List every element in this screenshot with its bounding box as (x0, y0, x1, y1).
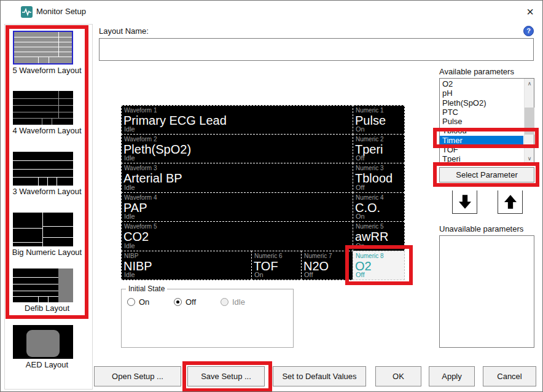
cell-label: Numeric 8 (356, 253, 384, 259)
layout-name-label: Layout Name: (99, 26, 149, 36)
cell-state: Idle (124, 242, 135, 249)
cell-label: Numeric 6 (254, 253, 283, 259)
preview-numeric-5-cell[interactable]: Numeric 5 awRR On (353, 221, 405, 251)
list-item[interactable]: O2 (440, 79, 523, 88)
sidebar-item-defib-layout[interactable] (13, 269, 73, 302)
cell-state: Idle (124, 154, 135, 162)
cell-value: Primary ECG Lead (123, 114, 227, 128)
sidebar-item-label: Big Numeric Layout (6, 248, 88, 257)
sidebar-item-label: AED Layout (6, 360, 88, 369)
open-setup-button[interactable]: Open Setup ... (94, 366, 181, 386)
cell-state: Idle (124, 213, 135, 220)
cell-label: Waveform 4 (124, 194, 157, 201)
preview-waveform-4-cell[interactable]: Waveform 4 PAP Idle (121, 192, 353, 222)
radio-idle[interactable]: Idle (221, 297, 245, 307)
monitor-setup-dialog: Monitor Setup × Layout Name: ? 5 Wavefor… (0, 0, 543, 392)
preview-numeric-7-cell[interactable]: Numeric 7 N2O Off (301, 251, 353, 280)
cell-state: Idle (124, 125, 135, 133)
cell-state: On (356, 125, 365, 133)
scroll-up-icon[interactable]: ∧ (525, 79, 534, 88)
list-item[interactable]: PTC (440, 108, 523, 117)
preview-waveform-2-cell[interactable]: Waveform 2 Pleth(SpO2) Idle (121, 134, 353, 163)
preview-numeric-2-cell[interactable]: Numeric 2 Tperi Off (353, 134, 405, 163)
available-parameters-list[interactable]: O2 pH Pleth(SpO2) PTC Pulse Tblood Timer… (439, 78, 534, 164)
sidebar-item-5-waveform-layout[interactable] (13, 31, 73, 65)
radio-idle-circle[interactable] (221, 298, 229, 306)
sidebar-item-label: Defib Layout (6, 304, 88, 313)
preview-numeric-6-cell[interactable]: Numeric 6 TOF On (251, 251, 302, 280)
cell-state: Off (356, 271, 364, 278)
cell-label: Numeric 5 (356, 223, 384, 230)
cell-state: Idle (124, 271, 135, 278)
unavailable-parameters-label: Unavailable parameters (439, 224, 523, 233)
cell-label: Numeric 3 (356, 165, 384, 171)
save-setup-button[interactable]: Save Setup ... (187, 366, 265, 386)
preview-numeric-3-cell[interactable]: Numeric 3 Tblood Off (353, 163, 405, 193)
cell-label: Numeric 2 (356, 136, 384, 143)
scrollbar-thumb[interactable] (525, 108, 534, 135)
list-item[interactable]: Tblood (440, 126, 523, 135)
cell-label: Waveform 3 (124, 165, 157, 171)
sidebar-item-3-waveform-layout[interactable] (13, 152, 73, 186)
list-item[interactable]: Tperi (440, 154, 523, 163)
scrollbar[interactable]: ∧ ∨ (524, 79, 534, 163)
available-parameters-label: Available parameters (439, 67, 514, 76)
cell-label: Numeric 1 (356, 107, 384, 114)
cell-label: Waveform 2 (124, 136, 157, 143)
cell-state: On (356, 213, 365, 220)
scroll-down-icon[interactable]: ∨ (525, 154, 534, 163)
sidebar-item-label: 5 Waveform Layout (6, 66, 88, 75)
set-to-default-values-button[interactable]: Set to Default Values (273, 366, 366, 386)
preview-nibp-cell[interactable]: NIBP NIBP Idle (121, 251, 252, 280)
cancel-button[interactable]: Cancel (483, 366, 536, 386)
help-icon[interactable]: ? (523, 26, 534, 36)
unavailable-parameters-list[interactable] (439, 235, 534, 348)
list-item[interactable]: Pleth(SpO2) (440, 98, 523, 108)
list-item[interactable]: Pulse (440, 117, 523, 126)
layout-name-input[interactable] (99, 38, 534, 61)
cell-state: Off (356, 184, 364, 191)
arrow-down-icon (455, 193, 475, 211)
sidebar-item-big-numeric-layout[interactable] (13, 213, 73, 246)
preview-waveform-5-cell[interactable]: Waveform 5 CO2 Idle (121, 221, 353, 251)
radio-on-label: On (139, 297, 149, 307)
radio-on-circle[interactable] (127, 298, 135, 306)
radio-off-label: Off (186, 297, 196, 307)
preview-numeric-8-cell-selected[interactable]: Numeric 8 O2 Off (353, 251, 405, 280)
initial-state-legend: Initial State (126, 284, 167, 293)
move-down-button[interactable] (452, 190, 477, 214)
cell-label: NIBP (124, 253, 138, 259)
radio-idle-label: Idle (232, 297, 245, 307)
list-item-selected-timer[interactable]: Timer (440, 136, 523, 145)
radio-off-circle[interactable] (174, 298, 182, 306)
window-title: Monitor Setup (36, 7, 86, 16)
cell-label: Waveform 5 (124, 223, 157, 230)
preview-numeric-1-cell[interactable]: Numeric 1 Pulse On (353, 105, 405, 135)
arrow-up-icon (500, 193, 521, 211)
preview-numeric-4-cell[interactable]: Numeric 4 C.O. On (353, 192, 405, 222)
radio-off[interactable]: Off (174, 297, 196, 307)
ok-button[interactable]: OK (375, 366, 421, 386)
move-up-button[interactable] (498, 190, 523, 214)
sidebar-item-label: 3 Waveform Layout (6, 187, 88, 196)
cell-label: Numeric 7 (304, 253, 332, 259)
cell-state: On (356, 242, 365, 249)
radio-on[interactable]: On (127, 297, 149, 307)
cell-state: Off (304, 271, 313, 278)
close-icon[interactable]: × (521, 4, 539, 20)
preview-waveform-1-cell[interactable]: Waveform 1 Primary ECG Lead Idle (121, 105, 353, 135)
sidebar-item-aed-layout[interactable] (13, 325, 73, 359)
cell-label: Numeric 4 (356, 194, 384, 201)
cell-label: Waveform 1 (124, 107, 157, 114)
select-parameter-button[interactable]: Select Parameter (439, 167, 534, 182)
apply-button[interactable]: Apply (429, 366, 475, 386)
sidebar-item-4-waveform-layout[interactable] (13, 91, 73, 125)
list-item[interactable]: pH (440, 88, 523, 98)
sidebar-item-label: 4 Waveform Layout (6, 126, 88, 135)
preview-waveform-3-cell[interactable]: Waveform 3 Arterial BP Idle (121, 163, 353, 193)
cell-state: On (254, 271, 264, 278)
cell-state: Off (356, 154, 364, 162)
list-item[interactable]: TOF (440, 145, 523, 154)
cell-state: Idle (124, 184, 135, 191)
app-waveform-icon (21, 6, 33, 18)
